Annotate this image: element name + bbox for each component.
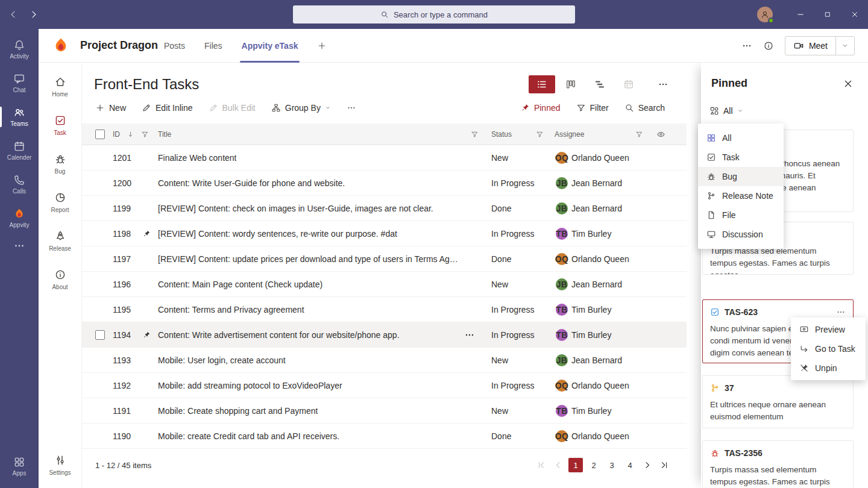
page-2-button[interactable]: 2 (587, 458, 601, 472)
sidebar-item-home[interactable]: Home (39, 67, 81, 106)
table-row[interactable]: 1194Content: Write advertisement content… (82, 322, 687, 348)
table-row[interactable]: 1200Content: Write User-Guide for phone … (82, 170, 687, 196)
table-row[interactable]: 1190Mobile: create Credit card tab and A… (82, 424, 687, 449)
task-id: 1198 (113, 229, 131, 239)
rail-item-calls[interactable]: Calls (0, 167, 39, 201)
type-menu-item-file[interactable]: File (698, 205, 784, 225)
column-header-assignee[interactable]: Assignee (555, 130, 584, 139)
view-board-button[interactable] (558, 75, 584, 93)
filter-button[interactable]: Filter (576, 103, 609, 113)
pinned-card-tas-2356[interactable]: TAS-2356Turpis massa sed elementumtempus… (702, 440, 854, 488)
add-tab-button[interactable] (317, 41, 327, 51)
task-status: New (491, 355, 508, 365)
rail-item-activity[interactable]: Activity (0, 33, 39, 66)
table-row[interactable]: 1196Content: Main Page content (Check up… (82, 272, 687, 297)
type-menu-item-all[interactable]: All (698, 128, 784, 148)
first-page-button[interactable] (535, 458, 548, 472)
column-header-id[interactable]: ID (113, 130, 120, 139)
meet-options-button[interactable] (835, 37, 854, 55)
context-menu-item-preview[interactable]: Preview (791, 320, 866, 339)
type-menu-item-discussion[interactable]: Discussion (698, 225, 784, 244)
page-3-button[interactable]: 3 (605, 458, 619, 472)
context-menu-item-unpin[interactable]: Unpin (791, 358, 866, 378)
sidebar-item-task[interactable]: Task (39, 106, 81, 145)
pinned-card-37[interactable]: 37Et ultrices neque ornare aeneaneuismod… (702, 375, 854, 428)
type-filter-button[interactable]: All (709, 106, 743, 116)
sidebar-item-about[interactable]: About (39, 260, 81, 299)
edit-inline-button[interactable]: Edit Inline (142, 103, 192, 113)
assignee-filter-icon[interactable] (635, 130, 643, 138)
type-menu-item-task[interactable]: Task (698, 148, 784, 167)
minimize-button[interactable] (787, 0, 814, 29)
tab-posts[interactable]: Posts (164, 29, 185, 63)
id-filter-icon[interactable] (141, 130, 149, 138)
rail-item-apps[interactable]: Apps (0, 449, 39, 483)
sort-desc-icon[interactable] (127, 130, 134, 138)
column-header-status[interactable]: Status (491, 130, 512, 139)
row-actions-button[interactable] (464, 330, 475, 340)
plus-icon (317, 41, 327, 51)
header-more-button[interactable] (741, 40, 752, 51)
back-button[interactable] (6, 7, 20, 22)
last-page-button[interactable] (658, 458, 671, 472)
table-row[interactable]: 1192Mobile: add streaming potocol to Exo… (82, 373, 687, 398)
sidebar-item-bug[interactable]: Bug (39, 145, 81, 183)
bulk-edit-button[interactable]: Bulk Edit (209, 103, 256, 113)
page-4-button[interactable]: 4 (623, 458, 637, 472)
table-row[interactable]: 1191Mobile: Create shopping cart and Pay… (82, 398, 687, 424)
view-gantt-button[interactable] (587, 75, 613, 93)
app-rail: ActivityChatTeamsCalenderCallsAppvity Ap… (0, 29, 39, 488)
maximize-button[interactable] (814, 0, 841, 29)
view-list-button[interactable] (529, 75, 555, 93)
close-window-button[interactable] (841, 0, 868, 29)
column-visibility-icon[interactable] (656, 130, 665, 139)
group-by-button[interactable]: Group By (271, 103, 331, 113)
card-more-button[interactable] (836, 307, 846, 317)
sidebar-item-release[interactable]: Release (39, 222, 81, 260)
page-1-button[interactable]: 1 (568, 458, 583, 472)
list-more-button[interactable] (652, 75, 674, 93)
title-filter-icon[interactable] (471, 130, 479, 138)
info-icon[interactable] (763, 40, 774, 51)
type-menu-item-release-note[interactable]: Release Note (698, 186, 784, 205)
table-row[interactable]: 1199[REVIEW] Content: check on images in… (82, 196, 687, 221)
sidebar-item-report[interactable]: Report (39, 183, 81, 222)
task-status: New (491, 406, 508, 416)
rail-item-calendar[interactable]: Calender (0, 134, 39, 167)
table-row[interactable]: 1198[REVIEW] Content: wordy sentences, r… (82, 221, 687, 246)
menu-item-label: Preview (815, 325, 845, 334)
rail-item-teams[interactable]: Teams (0, 100, 39, 134)
column-header-title[interactable]: Title (158, 130, 171, 139)
tab-appvity-etask[interactable]: Appvity eTask (242, 29, 298, 63)
rail-item-more[interactable] (0, 235, 39, 257)
table-row[interactable]: 1195Content: Terms and Privacy agreement… (82, 297, 687, 322)
forward-button[interactable] (27, 7, 41, 22)
phone-icon (13, 174, 25, 186)
close-panel-button[interactable] (843, 78, 854, 89)
type-menu-item-bug[interactable]: Bug (698, 167, 784, 186)
command-search-input[interactable]: Search or type a command (293, 5, 575, 23)
rail-item-appvity[interactable]: Appvity (0, 201, 39, 235)
meet-button[interactable]: Meet (785, 37, 835, 55)
user-avatar[interactable] (757, 7, 773, 22)
table-row[interactable]: 1197[REVIEW] Content: update prices per … (82, 246, 687, 272)
toolbar-more-button[interactable] (347, 103, 356, 113)
context-menu-item-go-to-task[interactable]: Go to Task (791, 339, 866, 358)
select-all-checkbox[interactable] (95, 130, 105, 139)
row-checkbox[interactable] (95, 330, 105, 340)
rail-item-label: Calender (7, 155, 32, 161)
view-calendar-button[interactable] (615, 75, 642, 93)
previous-page-button[interactable] (552, 458, 565, 472)
history-nav (6, 0, 41, 29)
next-page-button[interactable] (641, 458, 654, 472)
tab-files[interactable]: Files (204, 29, 222, 63)
table-row[interactable]: 1201Finalize Web contentNewOQOrlando Que… (82, 145, 687, 170)
search-button[interactable]: Search (624, 103, 665, 113)
rail-item-chat[interactable]: Chat (0, 66, 39, 100)
avatar: TB (556, 329, 568, 341)
new-button[interactable]: New (95, 103, 126, 113)
sidebar-item-settings[interactable]: Settings (39, 446, 81, 484)
table-row[interactable]: 1193Mobile: User login, create accountNe… (82, 348, 687, 373)
pinned-toggle-button[interactable]: Pinned (520, 103, 561, 113)
status-filter-icon[interactable] (536, 130, 544, 138)
